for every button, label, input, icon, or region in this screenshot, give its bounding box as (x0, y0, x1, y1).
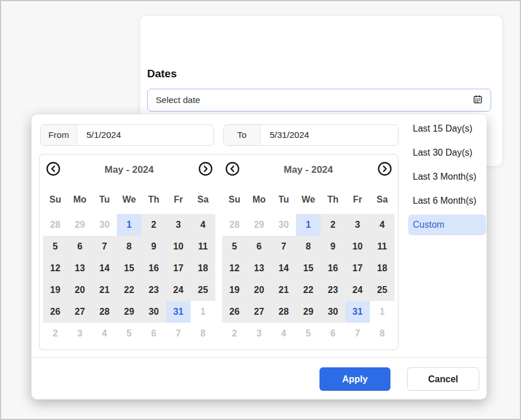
next-month-button[interactable] (198, 162, 213, 177)
day-cell[interactable]: 27 (68, 301, 92, 323)
day-cell[interactable]: 9 (141, 236, 166, 257)
day-cell[interactable]: 27 (247, 301, 271, 323)
day-cell-adjacent-month[interactable]: 30 (271, 214, 296, 236)
prev-month-button[interactable] (45, 162, 61, 177)
day-cell[interactable]: 12 (43, 257, 68, 279)
day-cell-adjacent-month[interactable]: 30 (92, 214, 117, 236)
day-cell[interactable]: 12 (222, 257, 247, 279)
day-cell-selected[interactable]: 1 (117, 214, 141, 236)
day-cell-selected[interactable]: 1 (296, 214, 321, 236)
day-cell[interactable]: 21 (271, 279, 296, 301)
day-cell[interactable]: 4 (191, 214, 215, 236)
day-cell-adjacent-month[interactable]: 1 (370, 301, 394, 323)
day-cell-adjacent-month[interactable]: 1 (191, 301, 215, 323)
day-cell-adjacent-month[interactable]: 5 (117, 323, 141, 344)
day-cell-selected[interactable]: 31 (166, 301, 191, 323)
day-cell-selected[interactable]: 31 (345, 301, 370, 323)
day-cell-adjacent-month[interactable]: 4 (92, 323, 117, 344)
day-cell[interactable]: 21 (92, 279, 117, 301)
from-date-input[interactable]: From 5/1/2024 (40, 124, 214, 146)
calendar-icon[interactable] (473, 94, 483, 106)
day-cell-adjacent-month[interactable]: 3 (68, 323, 92, 344)
day-cell[interactable]: 8 (296, 236, 321, 257)
day-cell-adjacent-month[interactable]: 7 (345, 323, 370, 344)
day-cell[interactable]: 3 (166, 214, 191, 236)
select-date-input[interactable]: Select date (147, 89, 491, 112)
day-cell[interactable]: 9 (321, 236, 345, 257)
day-cell[interactable]: 16 (141, 257, 166, 279)
day-cell[interactable]: 13 (247, 257, 271, 279)
day-cell-adjacent-month[interactable]: 8 (191, 323, 215, 344)
day-cell-adjacent-month[interactable]: 2 (222, 323, 247, 344)
day-cell[interactable]: 8 (117, 236, 141, 257)
day-cell[interactable]: 22 (296, 279, 321, 301)
apply-button[interactable]: Apply (319, 367, 390, 391)
day-cell[interactable]: 6 (247, 236, 271, 257)
day-cell[interactable]: 18 (370, 257, 394, 279)
day-cell-adjacent-month[interactable]: 5 (296, 323, 321, 344)
day-cell[interactable]: 17 (345, 257, 370, 279)
day-cell[interactable]: 10 (345, 236, 370, 257)
day-cell[interactable]: 30 (141, 301, 166, 323)
day-cell[interactable]: 29 (117, 301, 141, 323)
preset-item[interactable]: Last 30 Day(s) (408, 142, 486, 163)
day-cell[interactable]: 2 (321, 214, 345, 236)
day-cell[interactable]: 16 (321, 257, 345, 279)
day-cell[interactable]: 6 (68, 236, 92, 257)
day-cell[interactable]: 13 (68, 257, 92, 279)
to-date-input[interactable]: To 5/31/2024 (223, 124, 398, 146)
day-cell[interactable]: 14 (92, 257, 117, 279)
day-cell[interactable]: 22 (117, 279, 141, 301)
day-cell[interactable]: 14 (271, 257, 296, 279)
day-cell-adjacent-month[interactable]: 6 (141, 323, 166, 344)
day-cell-adjacent-month[interactable]: 4 (271, 323, 296, 344)
day-cell[interactable]: 5 (222, 236, 247, 257)
cancel-button[interactable]: Cancel (407, 367, 479, 391)
day-cell[interactable]: 23 (321, 279, 345, 301)
day-cell[interactable]: 20 (68, 279, 92, 301)
preset-item[interactable]: Last 3 Month(s) (408, 167, 486, 187)
day-cell[interactable]: 26 (43, 301, 68, 323)
day-cell-adjacent-month[interactable]: 29 (68, 214, 92, 236)
prev-month-button[interactable] (224, 162, 240, 177)
next-month-button[interactable] (377, 162, 392, 177)
day-cell[interactable]: 11 (191, 236, 215, 257)
day-cell[interactable]: 15 (117, 257, 141, 279)
day-cell[interactable]: 3 (345, 214, 370, 236)
day-cell[interactable]: 2 (141, 214, 166, 236)
day-cell-adjacent-month[interactable]: 28 (43, 214, 68, 236)
day-cell[interactable]: 4 (370, 214, 394, 236)
preset-item[interactable]: Last 6 Month(s) (408, 191, 486, 211)
day-cell-adjacent-month[interactable]: 28 (222, 214, 247, 236)
day-cell[interactable]: 25 (191, 279, 215, 301)
day-cell[interactable]: 19 (43, 279, 68, 301)
day-cell[interactable]: 20 (247, 279, 271, 301)
day-cell[interactable]: 23 (141, 279, 166, 301)
day-cell[interactable]: 5 (43, 236, 68, 257)
day-cell[interactable]: 10 (166, 236, 191, 257)
day-cell[interactable]: 26 (222, 301, 247, 323)
preset-item-selected[interactable]: Custom (408, 215, 486, 235)
preset-item[interactable]: Last 15 Day(s) (408, 118, 486, 139)
select-date-placeholder: Select date (156, 95, 200, 105)
day-cell-adjacent-month[interactable]: 6 (321, 323, 345, 344)
day-cell[interactable]: 24 (345, 279, 370, 301)
day-cell[interactable]: 17 (166, 257, 191, 279)
day-cell[interactable]: 29 (296, 301, 321, 323)
day-cell[interactable]: 11 (370, 236, 394, 257)
day-cell-adjacent-month[interactable]: 29 (247, 214, 271, 236)
day-cell-adjacent-month[interactable]: 2 (43, 323, 68, 344)
day-cell[interactable]: 19 (222, 279, 247, 301)
day-cell[interactable]: 28 (92, 301, 117, 323)
day-cell[interactable]: 30 (321, 301, 345, 323)
day-cell[interactable]: 18 (191, 257, 215, 279)
day-cell[interactable]: 15 (296, 257, 321, 279)
day-cell[interactable]: 25 (370, 279, 394, 301)
day-cell[interactable]: 7 (271, 236, 296, 257)
day-cell-adjacent-month[interactable]: 7 (166, 323, 191, 344)
day-cell-adjacent-month[interactable]: 8 (370, 323, 394, 344)
day-cell[interactable]: 24 (166, 279, 191, 301)
day-cell[interactable]: 28 (271, 301, 296, 323)
day-cell-adjacent-month[interactable]: 3 (247, 323, 271, 344)
day-cell[interactable]: 7 (92, 236, 117, 257)
